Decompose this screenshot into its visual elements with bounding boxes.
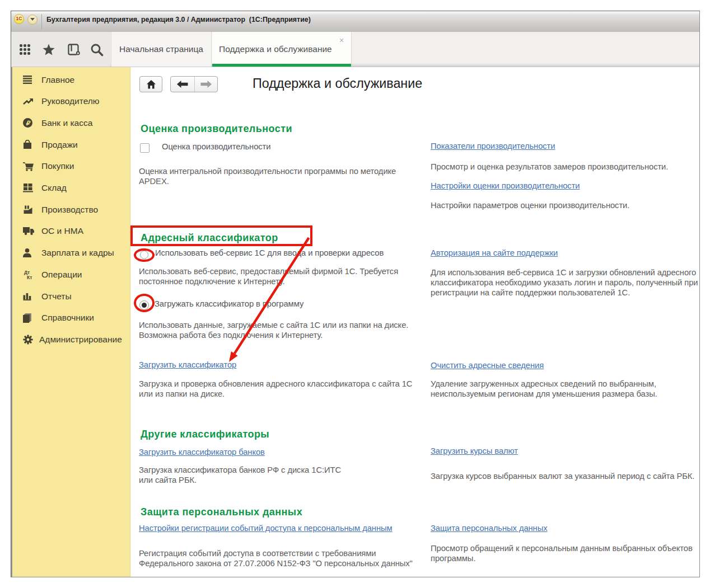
svg-text:Кт: Кт	[27, 275, 32, 280]
